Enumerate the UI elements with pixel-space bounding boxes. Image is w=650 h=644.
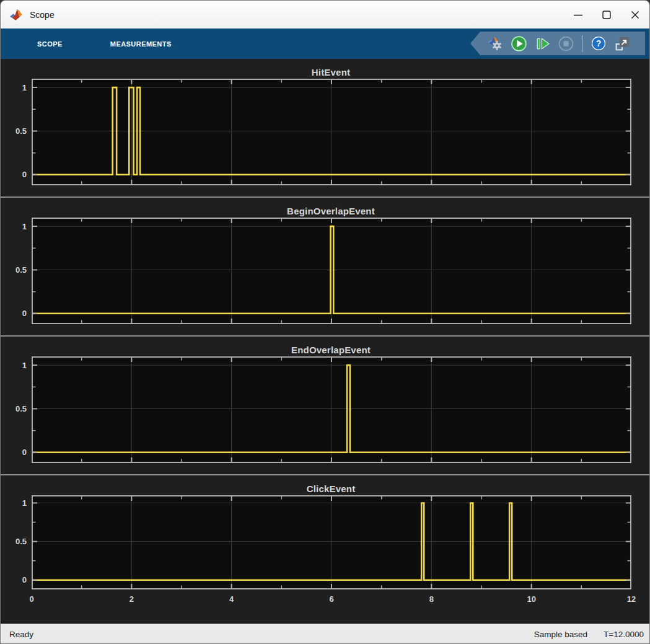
status-text: Ready (1, 630, 33, 639)
fit-to-view-icon (612, 87, 650, 105)
zoom-in-button[interactable] (568, 86, 587, 106)
beginoverlapevent-plot-canvas[interactable]: 00.51 (1, 218, 650, 324)
step-forward-icon (534, 35, 551, 52)
plot-title-hitevent: HitEvent (1, 59, 649, 79)
run-button[interactable] (507, 33, 530, 54)
tab-measurements[interactable]: MEASUREMENTS (109, 29, 173, 59)
dock-button[interactable] (611, 33, 633, 54)
svg-text:6: 6 (329, 594, 333, 604)
plot-hover-toolbar (545, 86, 632, 106)
scope-window: Scope SCOPE MEASUREMENT (0, 0, 650, 644)
svg-text:1: 1 (22, 498, 27, 508)
stop-button[interactable] (555, 33, 577, 54)
quick-access-toolbar: ? (470, 32, 645, 55)
scope-toolbar: SCOPE MEASUREMENTS (1, 29, 649, 59)
svg-text:0: 0 (22, 575, 27, 584)
sample-mode-text: Sample based (534, 630, 587, 639)
svg-text:1: 1 (22, 361, 27, 370)
svg-text:12: 12 (627, 594, 636, 604)
svg-text:1: 1 (22, 222, 27, 231)
help-button[interactable]: ? (587, 33, 610, 54)
svg-text:1: 1 (22, 83, 27, 92)
status-bar: Ready Sample based T=12.0000 (1, 624, 649, 644)
panel-hitevent: HitEvent 00.51 (1, 59, 649, 196)
run-icon (511, 35, 527, 52)
tab-scope[interactable]: SCOPE (36, 29, 64, 59)
matlab-logo-icon (9, 7, 24, 22)
svg-text:0.5: 0.5 (15, 537, 27, 546)
close-button[interactable] (621, 1, 649, 29)
panel-clickevent: ClickEvent 00.51024681012 (1, 475, 649, 624)
close-icon (628, 7, 643, 22)
stop-icon (558, 35, 574, 52)
svg-text:?: ? (596, 38, 602, 48)
plot-title-beginoverlapevent: BeginOverlapEvent (1, 198, 649, 218)
plot-title-endoverlapevent: EndOverlapEvent (1, 337, 649, 356)
svg-text:10: 10 (527, 594, 535, 604)
clickevent-plot-canvas[interactable]: 00.51024681012 (1, 495, 650, 606)
minimize-button[interactable] (564, 1, 592, 29)
titlebar: Scope (1, 1, 649, 29)
panel-beginoverlapevent: BeginOverlapEvent 00.51 (1, 198, 649, 335)
plot-title-clickevent: ClickEvent (1, 475, 649, 495)
window-controls (564, 1, 649, 29)
svg-text:2: 2 (130, 594, 134, 604)
matlab-gear-icon (487, 35, 503, 51)
svg-text:0: 0 (29, 594, 33, 604)
panel-endoverlapevent: EndOverlapEvent 00.51 (1, 337, 649, 474)
simulation-settings-button[interactable] (484, 33, 506, 54)
help-icon: ? (591, 35, 607, 51)
pan-button[interactable] (545, 86, 565, 106)
toolbar-tabs: SCOPE MEASUREMENTS (1, 29, 173, 59)
svg-text:0: 0 (22, 309, 27, 318)
svg-text:8: 8 (429, 594, 434, 604)
toolbar-divider (582, 35, 582, 52)
svg-text:0: 0 (22, 170, 27, 179)
maximize-icon (599, 7, 614, 22)
scope-display-area: HitEvent 00.51 (1, 59, 649, 624)
step-forward-button[interactable] (531, 33, 553, 54)
minimize-icon (571, 7, 586, 22)
svg-text:0.5: 0.5 (15, 404, 27, 413)
svg-text:4: 4 (229, 594, 234, 604)
endoverlapevent-plot-canvas[interactable]: 00.51 (1, 356, 650, 463)
fit-to-view-button[interactable] (612, 86, 632, 106)
svg-text:0.5: 0.5 (15, 126, 27, 136)
svg-text:0.5: 0.5 (15, 265, 27, 275)
window-title: Scope (30, 10, 55, 20)
dock-icon (614, 35, 631, 52)
zoom-out-button[interactable] (590, 86, 610, 106)
maximize-button[interactable] (592, 1, 621, 29)
sim-time-text: T=12.0000 (604, 630, 644, 639)
svg-text:0: 0 (22, 448, 27, 457)
